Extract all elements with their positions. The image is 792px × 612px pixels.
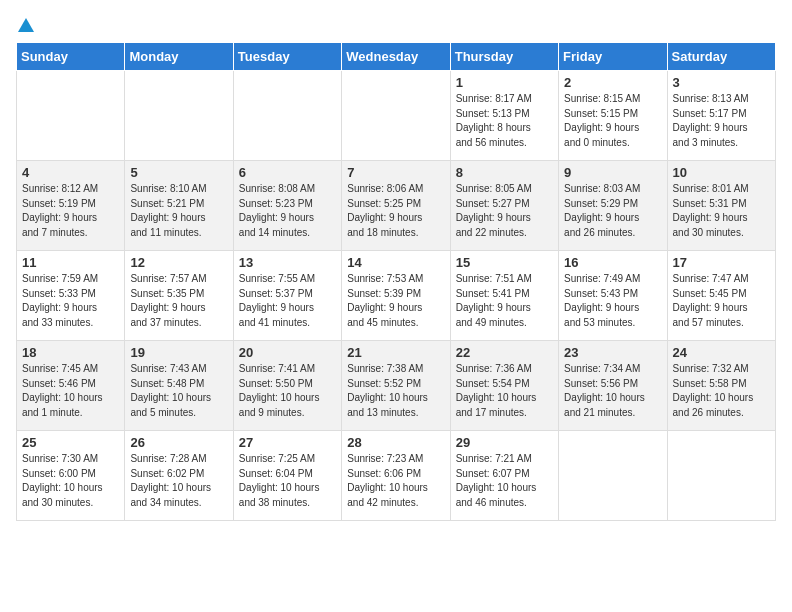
calendar-cell: 10Sunrise: 8:01 AM Sunset: 5:31 PM Dayli… [667, 161, 775, 251]
calendar-cell: 2Sunrise: 8:15 AM Sunset: 5:15 PM Daylig… [559, 71, 667, 161]
day-detail: Sunrise: 7:36 AM Sunset: 5:54 PM Dayligh… [456, 362, 553, 420]
weekday-header-monday: Monday [125, 43, 233, 71]
day-detail: Sunrise: 7:53 AM Sunset: 5:39 PM Dayligh… [347, 272, 444, 330]
day-number: 20 [239, 345, 336, 360]
day-number: 5 [130, 165, 227, 180]
weekday-header-sunday: Sunday [17, 43, 125, 71]
day-number: 28 [347, 435, 444, 450]
day-number: 6 [239, 165, 336, 180]
calendar-cell: 6Sunrise: 8:08 AM Sunset: 5:23 PM Daylig… [233, 161, 341, 251]
day-number: 22 [456, 345, 553, 360]
calendar-cell: 8Sunrise: 8:05 AM Sunset: 5:27 PM Daylig… [450, 161, 558, 251]
day-detail: Sunrise: 7:51 AM Sunset: 5:41 PM Dayligh… [456, 272, 553, 330]
day-number: 10 [673, 165, 770, 180]
day-detail: Sunrise: 7:28 AM Sunset: 6:02 PM Dayligh… [130, 452, 227, 510]
calendar-cell: 18Sunrise: 7:45 AM Sunset: 5:46 PM Dayli… [17, 341, 125, 431]
day-number: 14 [347, 255, 444, 270]
calendar-cell: 22Sunrise: 7:36 AM Sunset: 5:54 PM Dayli… [450, 341, 558, 431]
logo [16, 16, 36, 34]
day-number: 3 [673, 75, 770, 90]
calendar-cell: 27Sunrise: 7:25 AM Sunset: 6:04 PM Dayli… [233, 431, 341, 521]
day-detail: Sunrise: 8:05 AM Sunset: 5:27 PM Dayligh… [456, 182, 553, 240]
day-detail: Sunrise: 7:25 AM Sunset: 6:04 PM Dayligh… [239, 452, 336, 510]
calendar-cell [233, 71, 341, 161]
day-detail: Sunrise: 8:13 AM Sunset: 5:17 PM Dayligh… [673, 92, 770, 150]
logo-icon [17, 16, 35, 34]
day-detail: Sunrise: 7:59 AM Sunset: 5:33 PM Dayligh… [22, 272, 119, 330]
day-number: 8 [456, 165, 553, 180]
day-number: 2 [564, 75, 661, 90]
day-number: 9 [564, 165, 661, 180]
day-detail: Sunrise: 8:06 AM Sunset: 5:25 PM Dayligh… [347, 182, 444, 240]
calendar-cell: 16Sunrise: 7:49 AM Sunset: 5:43 PM Dayli… [559, 251, 667, 341]
day-number: 26 [130, 435, 227, 450]
calendar-cell: 25Sunrise: 7:30 AM Sunset: 6:00 PM Dayli… [17, 431, 125, 521]
day-detail: Sunrise: 7:23 AM Sunset: 6:06 PM Dayligh… [347, 452, 444, 510]
day-number: 13 [239, 255, 336, 270]
calendar-cell: 14Sunrise: 7:53 AM Sunset: 5:39 PM Dayli… [342, 251, 450, 341]
weekday-header-friday: Friday [559, 43, 667, 71]
calendar-cell: 12Sunrise: 7:57 AM Sunset: 5:35 PM Dayli… [125, 251, 233, 341]
day-detail: Sunrise: 7:43 AM Sunset: 5:48 PM Dayligh… [130, 362, 227, 420]
calendar-cell [559, 431, 667, 521]
day-detail: Sunrise: 7:34 AM Sunset: 5:56 PM Dayligh… [564, 362, 661, 420]
day-detail: Sunrise: 7:47 AM Sunset: 5:45 PM Dayligh… [673, 272, 770, 330]
calendar-cell: 13Sunrise: 7:55 AM Sunset: 5:37 PM Dayli… [233, 251, 341, 341]
day-detail: Sunrise: 7:55 AM Sunset: 5:37 PM Dayligh… [239, 272, 336, 330]
calendar-cell: 19Sunrise: 7:43 AM Sunset: 5:48 PM Dayli… [125, 341, 233, 431]
day-number: 27 [239, 435, 336, 450]
day-detail: Sunrise: 8:01 AM Sunset: 5:31 PM Dayligh… [673, 182, 770, 240]
day-detail: Sunrise: 8:17 AM Sunset: 5:13 PM Dayligh… [456, 92, 553, 150]
day-number: 15 [456, 255, 553, 270]
calendar-cell: 11Sunrise: 7:59 AM Sunset: 5:33 PM Dayli… [17, 251, 125, 341]
day-detail: Sunrise: 8:08 AM Sunset: 5:23 PM Dayligh… [239, 182, 336, 240]
day-detail: Sunrise: 8:15 AM Sunset: 5:15 PM Dayligh… [564, 92, 661, 150]
calendar-cell: 21Sunrise: 7:38 AM Sunset: 5:52 PM Dayli… [342, 341, 450, 431]
calendar-cell: 15Sunrise: 7:51 AM Sunset: 5:41 PM Dayli… [450, 251, 558, 341]
calendar-cell: 24Sunrise: 7:32 AM Sunset: 5:58 PM Dayli… [667, 341, 775, 431]
day-number: 29 [456, 435, 553, 450]
day-number: 23 [564, 345, 661, 360]
calendar-cell: 7Sunrise: 8:06 AM Sunset: 5:25 PM Daylig… [342, 161, 450, 251]
weekday-header-thursday: Thursday [450, 43, 558, 71]
svg-marker-0 [18, 18, 34, 32]
day-detail: Sunrise: 7:41 AM Sunset: 5:50 PM Dayligh… [239, 362, 336, 420]
page-header [16, 16, 776, 34]
calendar-cell: 20Sunrise: 7:41 AM Sunset: 5:50 PM Dayli… [233, 341, 341, 431]
calendar-cell [667, 431, 775, 521]
calendar-cell [342, 71, 450, 161]
calendar-cell: 29Sunrise: 7:21 AM Sunset: 6:07 PM Dayli… [450, 431, 558, 521]
day-detail: Sunrise: 8:03 AM Sunset: 5:29 PM Dayligh… [564, 182, 661, 240]
day-detail: Sunrise: 7:49 AM Sunset: 5:43 PM Dayligh… [564, 272, 661, 330]
day-detail: Sunrise: 7:30 AM Sunset: 6:00 PM Dayligh… [22, 452, 119, 510]
day-number: 17 [673, 255, 770, 270]
day-number: 24 [673, 345, 770, 360]
day-number: 11 [22, 255, 119, 270]
day-number: 19 [130, 345, 227, 360]
day-detail: Sunrise: 8:10 AM Sunset: 5:21 PM Dayligh… [130, 182, 227, 240]
weekday-header-wednesday: Wednesday [342, 43, 450, 71]
calendar-cell: 3Sunrise: 8:13 AM Sunset: 5:17 PM Daylig… [667, 71, 775, 161]
calendar-cell: 9Sunrise: 8:03 AM Sunset: 5:29 PM Daylig… [559, 161, 667, 251]
day-detail: Sunrise: 7:32 AM Sunset: 5:58 PM Dayligh… [673, 362, 770, 420]
calendar-cell: 26Sunrise: 7:28 AM Sunset: 6:02 PM Dayli… [125, 431, 233, 521]
calendar-cell: 1Sunrise: 8:17 AM Sunset: 5:13 PM Daylig… [450, 71, 558, 161]
day-number: 21 [347, 345, 444, 360]
calendar-cell: 17Sunrise: 7:47 AM Sunset: 5:45 PM Dayli… [667, 251, 775, 341]
weekday-header-saturday: Saturday [667, 43, 775, 71]
calendar-cell: 23Sunrise: 7:34 AM Sunset: 5:56 PM Dayli… [559, 341, 667, 431]
day-number: 12 [130, 255, 227, 270]
day-detail: Sunrise: 7:21 AM Sunset: 6:07 PM Dayligh… [456, 452, 553, 510]
calendar-cell: 5Sunrise: 8:10 AM Sunset: 5:21 PM Daylig… [125, 161, 233, 251]
calendar-cell: 28Sunrise: 7:23 AM Sunset: 6:06 PM Dayli… [342, 431, 450, 521]
day-detail: Sunrise: 8:12 AM Sunset: 5:19 PM Dayligh… [22, 182, 119, 240]
day-number: 16 [564, 255, 661, 270]
day-detail: Sunrise: 7:45 AM Sunset: 5:46 PM Dayligh… [22, 362, 119, 420]
day-number: 18 [22, 345, 119, 360]
day-number: 7 [347, 165, 444, 180]
day-number: 4 [22, 165, 119, 180]
calendar-cell [17, 71, 125, 161]
day-detail: Sunrise: 7:57 AM Sunset: 5:35 PM Dayligh… [130, 272, 227, 330]
day-number: 25 [22, 435, 119, 450]
day-number: 1 [456, 75, 553, 90]
